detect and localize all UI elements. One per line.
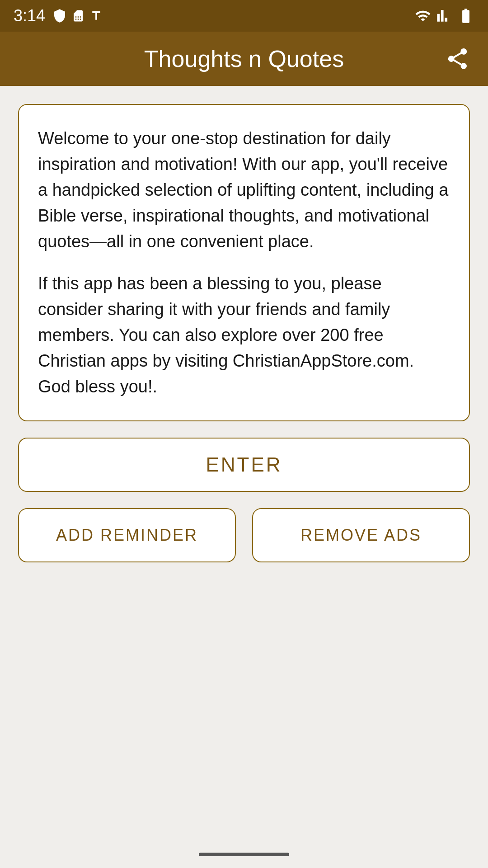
status-bar: 3:14 xyxy=(0,0,488,32)
share-button[interactable] xyxy=(445,47,470,71)
bottom-buttons-row: ADD REMINDER REMOVE ADS xyxy=(18,508,470,562)
status-icons-left xyxy=(52,9,103,23)
welcome-text: Welcome to your one-stop destination for… xyxy=(38,126,450,400)
wifi-icon xyxy=(415,8,431,24)
signal-icon xyxy=(436,8,452,24)
enter-button[interactable]: ENTER xyxy=(18,438,470,492)
shield-icon xyxy=(52,9,67,23)
welcome-card: Welcome to your one-stop destination for… xyxy=(18,104,470,421)
main-content: Welcome to your one-stop destination for… xyxy=(0,86,488,841)
add-reminder-button[interactable]: ADD REMINDER xyxy=(18,508,236,562)
app-header: Thoughts n Quotes xyxy=(0,32,488,86)
welcome-paragraph-1: Welcome to your one-stop destination for… xyxy=(38,126,450,255)
home-indicator-bar xyxy=(199,853,289,856)
status-bar-right xyxy=(415,7,474,24)
remove-ads-button[interactable]: REMOVE ADS xyxy=(252,508,470,562)
status-time: 3:14 xyxy=(14,6,45,25)
battery-icon xyxy=(457,7,474,24)
welcome-paragraph-2: If this app has been a blessing to you, … xyxy=(38,271,450,400)
share-icon xyxy=(445,47,470,71)
status-bar-left: 3:14 xyxy=(14,6,103,25)
sim-card-icon xyxy=(71,9,85,23)
text-icon xyxy=(89,9,103,23)
app-title: Thoughts n Quotes xyxy=(144,45,344,72)
home-indicator xyxy=(0,841,488,868)
